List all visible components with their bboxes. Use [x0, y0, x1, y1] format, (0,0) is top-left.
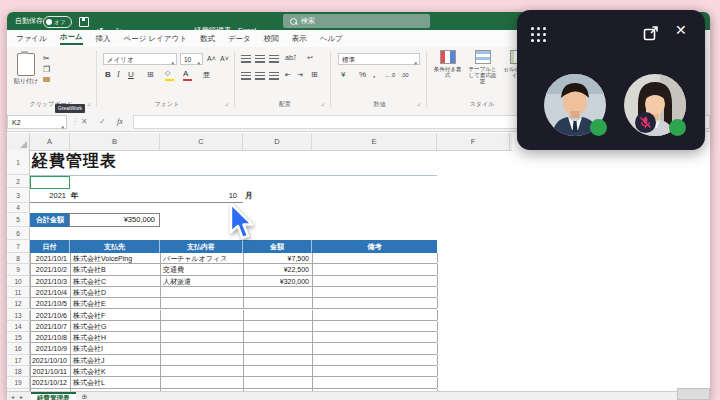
total-value-cell[interactable]: ¥350,000: [69, 213, 160, 227]
cell[interactable]: [313, 321, 438, 331]
row-header-5[interactable]: 5: [7, 213, 30, 227]
row-header-7[interactable]: 7: [7, 240, 30, 253]
prev-sheet-icon[interactable]: ◂: [11, 393, 14, 400]
close-icon[interactable]: ✕: [675, 22, 687, 38]
column-header-E[interactable]: E: [312, 133, 437, 150]
cell[interactable]: 株式会社L: [71, 377, 161, 387]
month-cell[interactable]: 10: [160, 191, 237, 200]
cell[interactable]: [244, 332, 313, 342]
cell[interactable]: 株式会社D: [71, 287, 161, 297]
cell[interactable]: 株式会社H: [71, 332, 161, 342]
cell[interactable]: [313, 298, 438, 308]
row-header-12[interactable]: 12: [7, 298, 30, 309]
row-header-8[interactable]: 8: [7, 253, 30, 264]
cell[interactable]: 2021/10/4: [31, 287, 71, 297]
cell[interactable]: 2021/10/1: [31, 253, 71, 263]
cell[interactable]: ¥320,000: [244, 276, 313, 286]
cell[interactable]: 人材派遣: [161, 276, 244, 286]
cell[interactable]: 株式会社VoicePing: [71, 253, 161, 263]
row-header-16[interactable]: 16: [7, 343, 30, 354]
row-header-11[interactable]: 11: [7, 287, 30, 298]
collaborator-selection-cell[interactable]: [30, 176, 70, 189]
sheet-tab-active[interactable]: 経費管理表: [31, 392, 76, 400]
cell[interactable]: 2021/10/9: [31, 343, 71, 353]
row-header-3[interactable]: 3: [7, 188, 30, 203]
cell[interactable]: [161, 321, 244, 331]
table-header[interactable]: 日付: [30, 240, 70, 253]
cell[interactable]: 2021/10/7: [31, 321, 71, 331]
next-sheet-icon[interactable]: ▸: [20, 393, 23, 400]
row-header-17[interactable]: 17: [7, 355, 30, 366]
row-header-14[interactable]: 14: [7, 321, 30, 332]
cell[interactable]: [313, 377, 438, 387]
cell[interactable]: [161, 355, 244, 365]
cell[interactable]: [244, 366, 313, 376]
add-sheet-icon[interactable]: ⊕: [82, 392, 88, 400]
apps-grid-icon[interactable]: [531, 27, 549, 45]
cell[interactable]: 株式会社J: [71, 355, 161, 365]
cell[interactable]: 株式会社C: [71, 276, 161, 286]
cell[interactable]: [161, 298, 244, 308]
cell[interactable]: [313, 253, 438, 263]
cell[interactable]: 交通費: [161, 264, 244, 274]
table-header[interactable]: 備考: [312, 240, 437, 253]
column-header-D[interactable]: D: [243, 133, 312, 150]
cell[interactable]: 2021/10/6: [31, 310, 71, 320]
row-header-9[interactable]: 9: [7, 264, 30, 275]
cell[interactable]: [244, 287, 313, 297]
cell[interactable]: 2021/10/2: [31, 264, 71, 274]
cell[interactable]: 株式会社I: [71, 343, 161, 353]
cell[interactable]: [313, 343, 438, 353]
cell[interactable]: ¥22,500: [244, 264, 313, 274]
row-header-4[interactable]: 4: [7, 203, 30, 213]
column-header-A[interactable]: A: [30, 133, 70, 150]
select-all-button[interactable]: [7, 133, 30, 150]
cell[interactable]: 2021/10/3: [31, 276, 71, 286]
cell[interactable]: 2021/10/5: [31, 298, 71, 308]
cell[interactable]: [313, 355, 438, 365]
row-header-10[interactable]: 10: [7, 276, 30, 287]
cell[interactable]: [313, 264, 438, 274]
cell[interactable]: 2021/10/8: [31, 332, 71, 342]
cell[interactable]: [161, 377, 244, 387]
cell[interactable]: [244, 355, 313, 365]
cell[interactable]: 2021/10/12: [31, 377, 71, 387]
cell[interactable]: [244, 377, 313, 387]
table-header[interactable]: 支払先: [70, 240, 160, 253]
row-header-19[interactable]: 19: [7, 377, 30, 388]
row-header-1[interactable]: 1: [7, 150, 30, 175]
column-header-F[interactable]: F: [437, 133, 510, 150]
cell[interactable]: [313, 366, 438, 376]
cell[interactable]: [244, 321, 313, 331]
cell[interactable]: [313, 310, 438, 320]
cell[interactable]: [313, 276, 438, 286]
cell[interactable]: 2021/10/10: [31, 355, 71, 365]
pop-out-icon[interactable]: [643, 25, 659, 41]
cell[interactable]: [313, 332, 438, 342]
cell[interactable]: 2021/10/11: [31, 366, 71, 376]
cell[interactable]: 株式会社K: [71, 366, 161, 376]
mic-muted-icon[interactable]: [635, 112, 656, 133]
cell[interactable]: [161, 343, 244, 353]
cell[interactable]: [161, 332, 244, 342]
total-label-cell[interactable]: 合計金額: [30, 213, 70, 227]
cell[interactable]: バーチャルオフィス: [161, 253, 244, 263]
cell[interactable]: 株式会社B: [71, 264, 161, 274]
doc-title-cell[interactable]: 経費管理表: [32, 151, 117, 172]
cell[interactable]: [161, 310, 244, 320]
cell[interactable]: [244, 310, 313, 320]
row-header-18[interactable]: 18: [7, 366, 30, 377]
cell[interactable]: 株式会社F: [71, 310, 161, 320]
column-header-B[interactable]: B: [70, 133, 160, 150]
row-header-6[interactable]: 6: [7, 227, 30, 240]
row-header-13[interactable]: 13: [7, 310, 30, 321]
horizontal-scrollbar[interactable]: [677, 388, 710, 400]
cell[interactable]: 株式会社G: [71, 321, 161, 331]
cell[interactable]: [244, 298, 313, 308]
cell[interactable]: [161, 366, 244, 376]
cell[interactable]: 株式会社E: [71, 298, 161, 308]
row-header-15[interactable]: 15: [7, 332, 30, 343]
cell[interactable]: [244, 343, 313, 353]
cell[interactable]: [161, 287, 244, 297]
year-cell[interactable]: 2021: [30, 191, 66, 200]
